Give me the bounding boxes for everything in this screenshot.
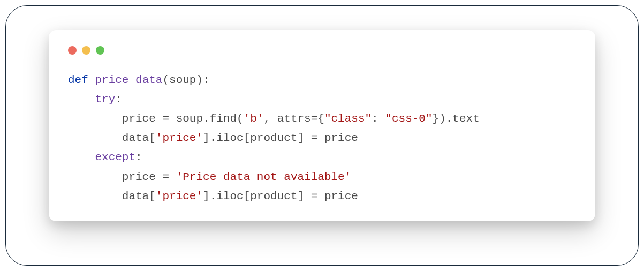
code-text: , attrs={: [263, 112, 324, 125]
colon: :: [115, 93, 122, 106]
function-name: price_data: [95, 74, 162, 86]
card-frame: def price_data(soup): try: price = soup.…: [5, 5, 639, 266]
code-text: data[: [68, 132, 156, 144]
code-block: def price_data(soup): try: price = soup.…: [68, 71, 576, 206]
code-text: ].iloc[product] = price: [203, 132, 358, 144]
code-window: def price_data(soup): try: price = soup.…: [49, 30, 595, 221]
code-text: ].iloc[product] = price: [203, 190, 358, 202]
close-icon[interactable]: [68, 46, 77, 55]
string-literal: "css-0": [385, 112, 432, 125]
maximize-icon[interactable]: [96, 46, 104, 55]
code-text: data[: [68, 190, 156, 202]
string-literal: 'Price data not available': [176, 171, 352, 183]
string-literal: 'price': [156, 132, 203, 144]
colon: :: [135, 151, 142, 163]
window-controls: [68, 46, 576, 55]
string-literal: 'b': [244, 112, 264, 125]
keyword-try: try: [95, 93, 115, 106]
code-text: price = soup.find(: [68, 112, 244, 125]
string-literal: "class": [324, 112, 372, 125]
code-text: :: [372, 112, 385, 125]
params: (soup):: [162, 74, 209, 86]
keyword-def: def: [68, 74, 88, 86]
keyword-except: except: [95, 151, 135, 163]
code-text: }).text: [433, 112, 480, 125]
minimize-icon[interactable]: [82, 46, 90, 55]
code-text: price =: [68, 171, 176, 183]
string-literal: 'price': [156, 190, 203, 202]
